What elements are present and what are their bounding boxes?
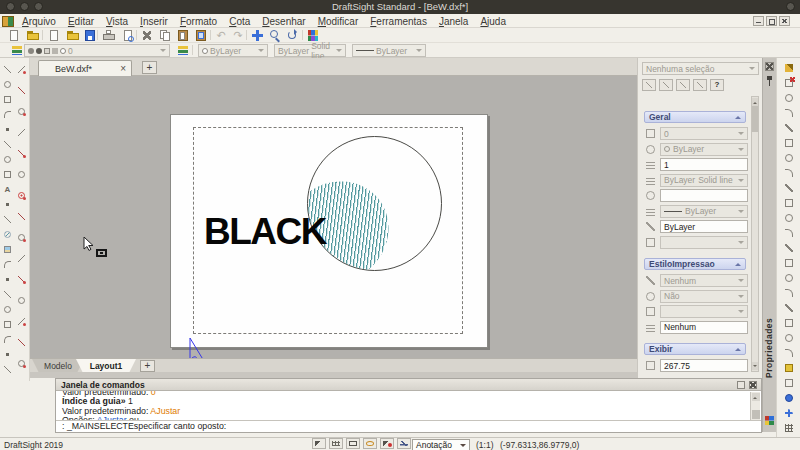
ellipse-icon[interactable] [2, 154, 13, 165]
spline-icon[interactable] [2, 169, 13, 180]
selection-combo[interactable]: Nenhuma seleção [642, 62, 759, 75]
grid-toggle[interactable] [329, 438, 343, 449]
polyline-icon[interactable] [2, 124, 13, 135]
menu-item[interactable]: Cota [223, 16, 256, 27]
title-bar[interactable]: DraftSight Standard - [BeW.dxf*] [0, 0, 800, 14]
restore-doc-button[interactable] [766, 16, 777, 26]
scale-icon[interactable] [783, 182, 795, 194]
print-icon[interactable] [102, 29, 116, 42]
tab-model[interactable]: Modelo [32, 359, 84, 373]
edit-dimension-icon[interactable] [16, 337, 27, 348]
section-header-geral[interactable]: Geral [644, 111, 746, 123]
zoom-previous-icon[interactable] [286, 29, 300, 42]
snap-toggle[interactable] [312, 438, 326, 449]
baseline-dimension-icon[interactable] [16, 253, 27, 264]
power-trim-icon[interactable] [783, 227, 795, 239]
select-entities-icon[interactable] [642, 79, 656, 91]
linear-dimension-icon[interactable] [16, 85, 27, 96]
drawing-viewport[interactable]: BLACK x [30, 76, 637, 358]
line-style-field[interactable]: ByLayerSolid line [660, 174, 748, 187]
menu-item[interactable]: Formato [174, 16, 223, 27]
text-entity[interactable]: BLACK [204, 214, 326, 250]
menu-item[interactable]: Desenhar [256, 16, 311, 27]
transparency-field[interactable] [660, 236, 748, 249]
ortho-toggle[interactable] [346, 438, 360, 449]
close-doc-button[interactable] [779, 16, 790, 26]
command-window-header[interactable]: Janela de comandos [56, 379, 761, 391]
infinite-line-icon[interactable] [2, 79, 13, 90]
edit-polyline-icon[interactable] [783, 317, 795, 329]
command-window[interactable]: Janela de comandos Valor predeterminado:… [55, 378, 762, 433]
new-drawing-icon[interactable] [47, 29, 61, 42]
edit-annotation-icon[interactable] [783, 347, 795, 359]
delete-icon[interactable] [783, 77, 795, 89]
print-preview-icon[interactable] [121, 29, 135, 42]
cut-icon[interactable] [140, 29, 154, 42]
move-icon[interactable] [783, 107, 795, 119]
menu-item[interactable]: Inserir [134, 16, 174, 27]
rectangle-icon[interactable] [2, 109, 13, 120]
note-icon[interactable] [783, 62, 795, 74]
square-icon[interactable] [2, 364, 13, 375]
pattern-icon[interactable] [783, 167, 795, 179]
line-icon[interactable] [2, 64, 13, 75]
customize-icon[interactable] [693, 79, 707, 91]
properties-painter-icon[interactable] [783, 362, 795, 374]
open-drawing-icon[interactable] [66, 29, 80, 42]
document-tab[interactable]: BeW.dxf* × [38, 60, 132, 76]
revision-cloud-icon[interactable] [2, 304, 13, 315]
line-color-field[interactable]: ByLayer [660, 143, 748, 156]
ellipse-arc-icon[interactable] [2, 349, 13, 360]
save-icon[interactable] [83, 29, 97, 42]
open-file-icon[interactable] [26, 29, 40, 42]
copy-settings-icon[interactable] [659, 79, 673, 91]
center-mark-icon[interactable] [16, 190, 27, 201]
tolerance-icon[interactable] [16, 316, 27, 327]
ordinate-dimension-icon[interactable] [16, 127, 27, 138]
panel-scrollbar[interactable] [751, 96, 759, 372]
new-document-tab-button[interactable]: + [142, 61, 157, 74]
tab-properties[interactable]: Propriedades [764, 258, 774, 378]
line-weight-field[interactable]: ByLayer [660, 205, 748, 218]
scrollbar-thumb[interactable] [752, 410, 760, 419]
scissors-trim-icon[interactable] [2, 199, 13, 210]
layer-combo[interactable]: 0 [24, 44, 170, 57]
circle-entity[interactable] [307, 136, 442, 271]
scroll-up-icon[interactable] [752, 393, 760, 401]
add-layout-button[interactable]: + [140, 360, 155, 372]
scrollbar-thumb[interactable] [752, 106, 758, 132]
snap-grid-icon[interactable] [783, 407, 795, 419]
float-window-icon[interactable] [737, 381, 745, 389]
section-header-display[interactable]: Exibir [644, 343, 746, 355]
pin-icon[interactable] [767, 76, 772, 86]
annotation-scale-combo[interactable]: Anotação [412, 439, 470, 450]
paste-icon[interactable] [176, 29, 190, 42]
extend-icon[interactable] [783, 242, 795, 254]
line-style-combo[interactable]: ByLayer Solid line [274, 44, 346, 57]
menu-item[interactable]: Ferramentas [364, 16, 433, 27]
circle-icon[interactable] [2, 94, 13, 105]
smart-dimension-icon[interactable] [16, 64, 27, 75]
line-color-combo[interactable]: ByLayer [198, 44, 268, 57]
copy-icon[interactable] [158, 29, 172, 42]
continue-dimension-icon[interactable] [16, 274, 27, 285]
fillet-icon[interactable] [783, 287, 795, 299]
paste-settings-icon[interactable] [676, 79, 690, 91]
move-entity-icon[interactable] [783, 392, 795, 404]
gravity-track-toggle[interactable] [397, 438, 411, 449]
section-header-print-style[interactable]: EstiloImpressao [644, 258, 746, 270]
rectangle-corner-icon[interactable] [2, 319, 13, 330]
angular-dimension-icon[interactable] [16, 232, 27, 243]
edit-hatch-icon[interactable] [783, 332, 795, 344]
region-icon[interactable] [2, 274, 13, 285]
close-tab-icon[interactable]: × [120, 63, 126, 74]
close-icon[interactable] [749, 381, 757, 389]
esnap-toggle[interactable] [380, 438, 394, 449]
menu-item[interactable]: Editar [62, 16, 100, 27]
close-palette-icon[interactable] [765, 62, 774, 71]
layer-field[interactable]: 0 [660, 127, 748, 140]
menu-item[interactable]: Vista [100, 16, 134, 27]
arc-icon[interactable] [2, 139, 13, 150]
insert-image-icon[interactable] [2, 244, 13, 255]
print-area-field[interactable] [660, 305, 748, 318]
